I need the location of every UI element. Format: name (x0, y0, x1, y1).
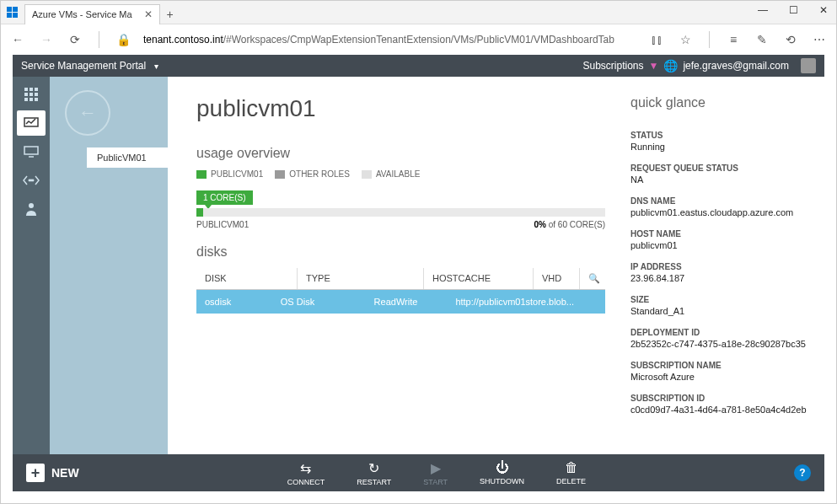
legend-swatch (196, 170, 207, 179)
windows-icon (1, 1, 24, 24)
glance-label: HOST NAME (630, 229, 809, 239)
svg-rect-2 (7, 13, 12, 18)
svg-rect-0 (7, 7, 12, 12)
usage-title: usage overview (196, 146, 605, 161)
col-vhd[interactable]: VHD (534, 268, 580, 289)
window-controls: — ☐ ✕ (755, 4, 831, 16)
glance-value: Standard_A1 (630, 306, 809, 316)
rail-grid-icon[interactable] (17, 82, 46, 107)
action-start: ▶START (423, 460, 448, 486)
page-title: publicvm01 (196, 95, 605, 122)
connect-icon: ⇆ (300, 460, 311, 476)
legend-label: OTHER ROLES (289, 169, 350, 179)
back-circle-button[interactable]: ← (65, 90, 110, 136)
filter-icon[interactable]: ▼ (649, 60, 659, 72)
delete-icon: 🗑 (565, 460, 578, 475)
glance-value: Running (630, 142, 809, 152)
action-shutdown[interactable]: ⏻SHUTDOWN (480, 460, 524, 486)
glance-value: publicvm01.eastus.cloudapp.azure.com (630, 207, 809, 217)
table-row[interactable]: osdisk OS Disk ReadWrite http://publicvm… (196, 290, 605, 314)
new-button[interactable]: + NEW (26, 464, 79, 482)
chevron-down-icon[interactable]: ▾ (154, 62, 158, 71)
minimize-button[interactable]: — (755, 4, 770, 16)
tab-title: Azure VMs - Service Ma (32, 9, 132, 19)
action-label: SHUTDOWN (480, 477, 524, 485)
rail-monitor-icon[interactable] (17, 110, 46, 136)
start-icon: ▶ (431, 460, 441, 476)
main: publicvm01 usage overview PUBLICVM01OTHE… (168, 77, 622, 454)
share-icon[interactable]: ⟲ (782, 33, 799, 46)
close-tab-icon[interactable]: ✕ (144, 8, 153, 20)
cell-disk: osdisk (196, 290, 272, 314)
legend-item: PUBLICVM01 (196, 169, 263, 179)
close-window-button[interactable]: ✕ (816, 4, 831, 16)
separator (709, 31, 710, 48)
hub-icon[interactable]: ≡ (725, 33, 742, 46)
user-email[interactable]: jefe.graves@gmail.com (683, 60, 789, 72)
back-button[interactable]: ← (9, 33, 26, 46)
subscriptions-label[interactable]: Subscriptions (583, 60, 644, 72)
maximize-button[interactable]: ☐ (786, 4, 801, 16)
restart-icon: ↻ (368, 460, 379, 476)
disks-title: disks (196, 244, 605, 260)
glance-label: REQUEST QUEUE STATUS (630, 164, 809, 173)
reading-icon[interactable]: ⫿⫿ (648, 33, 665, 46)
col-hostcache[interactable]: HOSTCACHE (424, 268, 534, 289)
new-tab-button[interactable]: + (160, 8, 180, 21)
globe-icon[interactable]: 🌐 (663, 59, 678, 72)
rail-display-icon[interactable] (17, 139, 46, 164)
glance-label: STATUS (630, 131, 809, 140)
glance-value: publicvm01 (630, 240, 809, 250)
rail-code-icon[interactable] (17, 168, 46, 193)
nav-item-publicvm01[interactable]: PublicVM01 (87, 147, 168, 168)
avatar[interactable] (801, 58, 816, 73)
quick-glance: quick glance STATUSRunningREQUEST QUEUE … (622, 77, 824, 454)
url-path: /#Workspaces/CmpWapExtensionTenantExtens… (223, 34, 614, 46)
action-delete[interactable]: 🗑DELETE (556, 460, 586, 486)
action-restart[interactable]: ↻RESTART (357, 460, 391, 486)
svg-rect-14 (24, 147, 38, 154)
legend-item: OTHER ROLES (275, 169, 350, 179)
svg-rect-4 (24, 88, 28, 91)
browser-tab[interactable]: Azure VMs - Service Ma ✕ (24, 4, 160, 24)
disks-table: DISK TYPE HOSTCACHE VHD 🔍 osdisk OS Disk… (196, 268, 605, 314)
lock-icon: 🔒 (115, 33, 131, 46)
favorite-icon[interactable]: ☆ (677, 33, 694, 46)
svg-rect-10 (24, 98, 28, 101)
legend-swatch (275, 170, 285, 179)
refresh-button[interactable]: ⟳ (67, 33, 83, 46)
svg-rect-3 (13, 13, 18, 18)
portal: Service Management Portal ▾ Subscription… (13, 55, 824, 491)
browser-tab-strip: Azure VMs - Service Ma ✕ + — ☐ ✕ (1, 1, 836, 24)
legend-item: AVAILABLE (362, 169, 420, 179)
glance-label: SUBSCRIPTION NAME (630, 361, 809, 370)
col-disk[interactable]: DISK (196, 268, 298, 289)
svg-point-16 (29, 180, 30, 180)
nav-item-label: PublicVM01 (97, 153, 147, 163)
table-header: DISK TYPE HOSTCACHE VHD 🔍 (196, 268, 605, 289)
rail-user-icon[interactable] (17, 196, 46, 222)
more-icon[interactable]: ⋯ (811, 33, 828, 46)
legend-swatch (362, 170, 372, 179)
forward-button[interactable]: → (38, 33, 55, 46)
glance-label: SUBSCRIPTION ID (630, 394, 809, 403)
col-type[interactable]: TYPE (298, 268, 424, 289)
url-host: tenant.contoso.int (143, 34, 223, 46)
legend: PUBLICVM01OTHER ROLESAVAILABLE (196, 169, 605, 179)
core-badge: 1 CORE(S) (196, 190, 253, 205)
glance-label: DNS NAME (630, 196, 809, 206)
svg-rect-11 (30, 98, 33, 101)
col-search-icon[interactable]: 🔍 (580, 268, 605, 289)
notes-icon[interactable]: ✎ (754, 33, 770, 46)
glance-value: c0cd09d7-4a31-4d64-a781-8e50a4c4d2eb (630, 405, 809, 415)
svg-point-18 (32, 180, 33, 180)
glance-value: NA (630, 174, 809, 185)
address-bar[interactable]: tenant.contoso.int/#Workspaces/CmpWapExt… (143, 34, 636, 46)
bar-label-right: 0% of 60 CORE(S) (534, 220, 605, 229)
usage-bar-fill (196, 208, 203, 217)
nav-column: ← PublicVM01 (50, 77, 168, 454)
help-button[interactable]: ? (794, 464, 811, 481)
action-connect[interactable]: ⇆CONNECT (287, 460, 325, 486)
svg-rect-7 (24, 93, 28, 96)
svg-rect-9 (35, 93, 38, 96)
